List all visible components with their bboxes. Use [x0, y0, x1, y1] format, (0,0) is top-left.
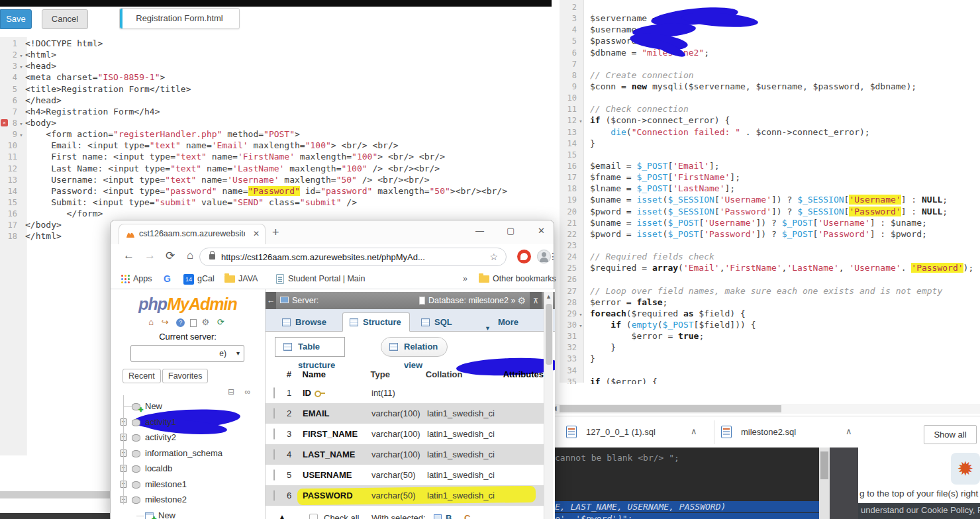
tab-close-icon[interactable]: ✕: [253, 229, 260, 238]
tree-collapse-icons[interactable]: ⊟ ∞: [228, 387, 254, 397]
html-code-area[interactable]: 1<!DOCTYPE html>2▾<html>3▾<head>4<meta c…: [0, 38, 554, 250]
row-checkbox[interactable]: [273, 449, 275, 460]
close-button[interactable]: ✕: [538, 226, 545, 236]
folder-icon[interactable]: [224, 275, 235, 283]
tree-item-milestone1[interactable]: +milestone1: [120, 477, 259, 493]
chevron-up-icon[interactable]: ∧: [691, 426, 697, 436]
column-header[interactable]: Attributes: [503, 369, 544, 379]
open-file-tab[interactable]: Registration Form.html: [119, 8, 240, 29]
tab-structure[interactable]: Structure: [342, 312, 410, 332]
bookmark-gcal[interactable]: gCal: [197, 274, 215, 283]
tree-item-label[interactable]: New: [145, 401, 162, 411]
main-panel-scrollbar[interactable]: ▲: [544, 292, 553, 519]
save-button[interactable]: Save: [0, 9, 32, 29]
page-icon[interactable]: [276, 274, 284, 284]
address-bar[interactable]: https://cst126aam.scm.azurewebsites.net/…: [199, 248, 507, 266]
logout-icon[interactable]: ↪: [162, 317, 172, 327]
cancel-button[interactable]: Cancel: [42, 9, 88, 29]
other-bookmarks[interactable]: Other bookmarks: [493, 274, 556, 283]
apps-grid-icon[interactable]: [121, 275, 130, 283]
maximize-button[interactable]: ▢: [507, 226, 514, 236]
docs-icon[interactable]: [190, 319, 197, 327]
tree-item-label[interactable]: New: [158, 510, 175, 519]
php-code-area[interactable]: 23$servername = 4$username = 5$password …: [552, 1, 980, 384]
reload-icon[interactable]: ⟳: [166, 249, 175, 263]
tree-item-activity2[interactable]: +activity2: [120, 430, 259, 446]
tree-item-activity1[interactable]: +activity1: [120, 415, 259, 431]
column-header[interactable]: Type: [371, 369, 426, 379]
column-header[interactable]: Name: [303, 369, 371, 379]
settings-gear-icon[interactable]: ⚙: [517, 292, 526, 309]
bookmark-apps[interactable]: Apps: [133, 274, 152, 283]
tree-item-label[interactable]: milestone2: [145, 495, 187, 504]
browse-icon[interactable]: [434, 514, 442, 519]
scrollbar-thumb[interactable]: [820, 451, 828, 479]
row-checkbox[interactable]: [273, 428, 275, 440]
settings-gear-icon[interactable]: ⚙: [202, 317, 213, 327]
panel-back-icon[interactable]: ←: [266, 292, 276, 309]
scrollbar-thumb[interactable]: [560, 405, 781, 412]
scrollbar-thumb[interactable]: [546, 304, 552, 365]
browse-label[interactable]: B: [446, 513, 452, 519]
home-icon[interactable]: ⌂: [187, 249, 193, 262]
favorites-button[interactable]: Favorites: [162, 369, 208, 383]
refresh-icon[interactable]: ⟳: [217, 317, 227, 327]
change-label[interactable]: C: [464, 513, 470, 519]
tree-item-milestone2[interactable]: −milestone2: [120, 493, 259, 508]
table-structure-button[interactable]: Table structure: [275, 337, 345, 357]
bookmark-java[interactable]: JAVA: [238, 274, 258, 283]
back-icon[interactable]: ←: [123, 249, 134, 262]
bookmarks-overflow-chevron[interactable]: »: [463, 274, 467, 283]
bookmark-star-icon[interactable]: ☆: [489, 252, 498, 262]
tree-item-new[interactable]: ✚New: [120, 508, 259, 519]
sort-arrow-icon[interactable]: ▲: [279, 513, 285, 519]
logo-myadmin: MyAdmin: [167, 295, 237, 313]
tree-item-label[interactable]: activity2: [145, 432, 176, 442]
new-tab-button[interactable]: +: [272, 226, 279, 240]
recent-button[interactable]: Recent: [122, 369, 161, 383]
line-number: 14: [560, 138, 577, 150]
server-label[interactable]: Server:: [292, 292, 318, 309]
chevron-up-icon[interactable]: ∧: [846, 426, 852, 436]
terminal-scrollbar[interactable]: [819, 448, 830, 519]
download-item[interactable]: milestone2.sql ∧: [714, 416, 867, 448]
tree-item-localdb[interactable]: +localdb: [120, 461, 259, 477]
url-text[interactable]: https://cst126aam.scm.azurewebsites.net/…: [221, 252, 425, 262]
scroll-up-arrow-icon[interactable]: ▲: [544, 293, 553, 300]
tree-item-new[interactable]: ✚New: [120, 399, 259, 415]
show-all-downloads-button[interactable]: Show all: [924, 425, 977, 444]
download-item[interactable]: 127_0_0_1 (1).sql ∧: [560, 416, 712, 448]
tree-item-label[interactable]: milestone1: [145, 479, 187, 489]
gcal-icon[interactable]: 14: [183, 274, 194, 285]
tree-item-label[interactable]: localdb: [145, 463, 172, 473]
column-header[interactable]: #: [287, 369, 303, 379]
home-icon[interactable]: ⌂: [148, 317, 156, 327]
collapse-panel-icon[interactable]: ⊼: [530, 292, 542, 309]
row-checkbox[interactable]: [273, 469, 275, 481]
tree-item-label[interactable]: information_schema: [145, 448, 222, 458]
browser-menu-icon[interactable]: ⋮: [548, 251, 558, 261]
forward-icon[interactable]: →: [144, 249, 156, 262]
tab-more[interactable]: ▼More: [477, 312, 527, 332]
code-horizontal-scrollbar[interactable]: ◀: [552, 404, 980, 414]
server-select-dropdown[interactable]: e) ▾: [130, 345, 244, 362]
tab-sql[interactable]: SQL: [414, 312, 461, 332]
database-breadcrumb[interactable]: Database: milestone2 »: [428, 292, 515, 309]
tree-item-label[interactable]: activity1: [145, 417, 176, 427]
row-checkbox[interactable]: [273, 408, 275, 419]
tab-browse[interactable]: Browse: [275, 312, 335, 332]
check-all-checkbox[interactable]: [309, 514, 318, 519]
tree-item-information-schema[interactable]: +information_schema: [120, 446, 259, 462]
row-checkbox[interactable]: [273, 490, 275, 501]
help-icon[interactable]: ?: [176, 318, 185, 327]
row-checkbox[interactable]: [273, 387, 275, 399]
browser-tab[interactable]: cst126aam.scm.azurewebsites.ne ✕: [119, 224, 266, 244]
minimize-button[interactable]: —: [475, 226, 484, 236]
check-all-label[interactable]: Check all: [324, 513, 359, 519]
google-icon[interactable]: G: [164, 273, 171, 284]
folder-icon[interactable]: [479, 275, 489, 283]
column-header[interactable]: Collation: [426, 369, 503, 379]
relation-view-button[interactable]: Relation view: [381, 337, 448, 357]
extension-icon[interactable]: [517, 250, 531, 263]
bookmark-student-portal[interactable]: Student Portal | Main: [288, 274, 366, 283]
